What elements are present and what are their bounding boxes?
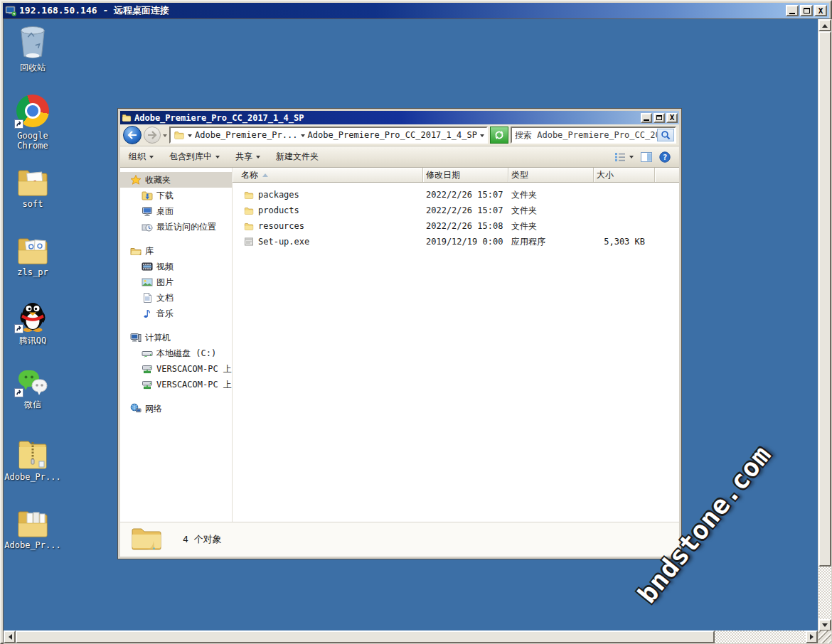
change-view-button[interactable] — [614, 152, 634, 162]
column-header-size[interactable]: 大小 — [594, 168, 655, 182]
file-row-packages[interactable]: packages 2022/2/26 15:07 文件夹 — [233, 187, 679, 203]
folder-adobe-icon — [16, 501, 50, 538]
breadcrumb-caret[interactable] — [480, 134, 484, 139]
rdp-maximize-button[interactable] — [800, 5, 813, 16]
breadcrumb-current[interactable]: Adobe_Premiere_Pro_CC_2017_1_4_SP — [308, 130, 477, 140]
vertical-scroll-thumb[interactable] — [818, 31, 831, 567]
navigation-pane: 收藏夹 下载 桌面 最近访问的位置 — [120, 168, 233, 522]
vertical-scrollbar[interactable] — [818, 19, 831, 631]
scroll-down-button[interactable] — [818, 619, 831, 631]
desktop-icon-google-chrome[interactable]: Google Chrome — [9, 92, 56, 151]
address-history-dropdown[interactable] — [487, 134, 488, 139]
sidebar-item-computer[interactable]: 计算机 — [120, 330, 232, 345]
arrow-left-icon — [6, 634, 12, 640]
recent-pages-dropdown[interactable] — [163, 134, 167, 139]
file-list: 名称 修改日期 类型 大小 packages 2022/2/26 15:07 — [233, 168, 679, 522]
rdp-close-button[interactable]: X — [814, 5, 827, 16]
rdp-titlebar[interactable]: 192.168.50.146 - 远程桌面连接 X — [3, 3, 829, 18]
sidebar-item-downloads[interactable]: 下载 — [120, 188, 232, 203]
sidebar-item-documents[interactable]: 文档 — [120, 290, 232, 306]
desktop-icon-wechat[interactable]: 微信 — [9, 365, 56, 409]
file-row-setup-exe[interactable]: Set-up.exe 2019/12/19 0:00 应用程序 5,303 KB — [233, 234, 679, 249]
preview-pane-button[interactable] — [641, 152, 652, 162]
column-header-type[interactable]: 类型 — [508, 168, 594, 182]
breadcrumb-caret[interactable] — [188, 134, 192, 139]
sidebar-item-network-drive-2[interactable]: VERSCACOM-PC 上的 — [120, 377, 232, 392]
back-button[interactable] — [123, 126, 142, 144]
computer-icon — [130, 332, 142, 343]
forward-button[interactable] — [144, 127, 161, 144]
address-bar: Adobe_Premiere_Pr... Adobe_Premiere_Pro_… — [120, 124, 679, 146]
sidebar-item-recent-places[interactable]: 最近访问的位置 — [120, 219, 232, 235]
search-input[interactable] — [515, 130, 657, 140]
sidebar-item-videos[interactable]: 视频 — [120, 259, 232, 274]
file-row-products[interactable]: products 2022/2/26 15:07 文件夹 — [233, 203, 679, 218]
folder-icon — [122, 113, 132, 122]
desktop-icon-zls-pr[interactable]: zls_pr — [9, 228, 56, 277]
minimize-icon — [644, 119, 649, 121]
sidebar-item-favorites[interactable]: 收藏夹 — [120, 172, 232, 188]
sidebar-item-local-disk-c[interactable]: 本地磁盘 (C:) — [120, 345, 232, 361]
column-header-date[interactable]: 修改日期 — [423, 168, 508, 182]
file-type: 应用程序 — [508, 236, 594, 248]
shortcut-arrow-icon — [14, 324, 23, 333]
maximize-icon — [804, 8, 810, 14]
explorer-maximize-button[interactable] — [654, 113, 665, 123]
desktop-icon-soft[interactable]: soft — [9, 160, 56, 209]
horizontal-scroll-thumb[interactable] — [16, 630, 715, 643]
file-date: 2019/12/19 0:00 — [423, 237, 508, 247]
breadcrumb-parent[interactable]: Adobe_Premiere_Pr... — [195, 130, 298, 140]
sidebar-item-libraries[interactable]: 库 — [120, 243, 232, 259]
desktop-icon-adobe-zip[interactable]: Adobe_Pr... — [9, 433, 56, 482]
big-folder-icon — [130, 525, 163, 554]
explorer-titlebar[interactable]: Adobe_Premiere_Pro_CC_2017_1_4_SP X — [120, 111, 679, 124]
folder-zls-pr-icon — [16, 228, 50, 265]
explorer-minimize-button[interactable] — [641, 113, 652, 123]
explorer-title: Adobe_Premiere_Pro_CC_2017_1_4_SP — [134, 113, 304, 123]
desktop-icon-label: 回收站 — [20, 63, 46, 73]
executable-icon — [244, 237, 254, 247]
chevron-down-icon — [256, 156, 260, 161]
sidebar-item-network[interactable]: 网络 — [120, 401, 232, 417]
scroll-left-button[interactable] — [4, 630, 16, 643]
folder-soft-icon — [16, 160, 50, 197]
desktop-icon-label: Google Chrome — [9, 131, 56, 151]
sidebar-item-music[interactable]: 音乐 — [120, 306, 232, 321]
desktop-icon-tencent-qq[interactable]: 腾讯QQ — [9, 296, 56, 345]
include-in-library-button[interactable]: 包含到库中 — [169, 151, 220, 163]
column-header-name[interactable]: 名称 — [233, 168, 423, 182]
file-name: packages — [258, 190, 299, 200]
sidebar-item-network-drive-1[interactable]: VERSCACOM-PC 上的 — [120, 361, 232, 377]
desktop-icon-adobe-folder[interactable]: Adobe_Pr... — [9, 501, 56, 550]
file-type: 文件夹 — [508, 205, 594, 217]
scroll-up-button[interactable] — [818, 19, 831, 31]
star-icon — [130, 174, 142, 186]
share-button[interactable]: 共享 — [235, 151, 260, 163]
desktop-icon-recycle-bin[interactable]: 回收站 — [9, 23, 56, 73]
breadcrumb[interactable]: Adobe_Premiere_Pr... Adobe_Premiere_Pro_… — [169, 127, 488, 144]
refresh-button[interactable] — [490, 127, 508, 144]
file-row-resources[interactable]: resources 2022/2/26 15:08 文件夹 — [233, 218, 679, 234]
remote-desktop[interactable]: 回收站 Google Chrome soft — [4, 19, 818, 631]
rdp-minimize-button[interactable] — [786, 5, 799, 16]
column-header-blank — [655, 168, 679, 182]
organize-button[interactable]: 组织 — [129, 151, 154, 163]
videos-icon — [142, 261, 153, 272]
sidebar-item-pictures[interactable]: 图片 — [120, 274, 232, 290]
new-folder-button[interactable]: 新建文件夹 — [276, 151, 319, 163]
search-box[interactable] — [511, 127, 676, 144]
search-icon — [661, 130, 671, 140]
search-button[interactable] — [657, 129, 674, 141]
explorer-close-button[interactable]: X — [666, 113, 678, 123]
sidebar-item-desktop[interactable]: 桌面 — [120, 203, 232, 219]
breadcrumb-caret[interactable] — [301, 134, 305, 139]
scroll-right-button[interactable] — [806, 630, 818, 643]
resize-grip[interactable] — [818, 630, 831, 643]
desktop-icon-label: soft — [23, 199, 43, 209]
help-button[interactable]: ? — [659, 151, 671, 163]
pictures-icon — [142, 277, 153, 288]
hard-disk-icon — [142, 348, 153, 359]
list-view-icon — [614, 152, 626, 162]
close-icon: X — [670, 114, 675, 122]
horizontal-scrollbar[interactable] — [4, 630, 818, 643]
